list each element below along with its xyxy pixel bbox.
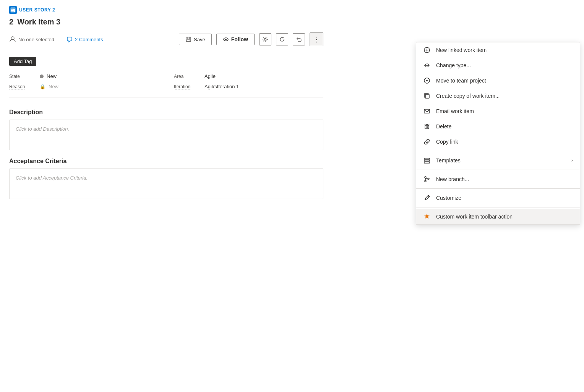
svg-point-6 — [225, 39, 227, 40]
menu-item-new-linked[interactable]: New linked work item — [416, 42, 580, 58]
menu-item-customize[interactable]: Customize — [416, 190, 580, 206]
email-icon — [423, 107, 431, 115]
add-tag-label: Add Tag — [14, 58, 32, 64]
save-icon — [185, 36, 191, 42]
delete-icon — [423, 123, 431, 130]
menu-label-new-linked: New linked work item — [436, 47, 573, 53]
menu-label-delete: Delete — [436, 123, 573, 130]
work-item-type-icon — [9, 6, 17, 14]
work-item-title: Work Item 3 — [17, 18, 60, 26]
svg-rect-14 — [424, 158, 430, 159]
breadcrumb-label: USER STORY 2 — [19, 7, 55, 13]
assignee-field[interactable]: No one selected — [9, 36, 54, 43]
menu-label-change-type: Change type... — [436, 62, 573, 68]
svg-rect-13 — [425, 125, 429, 129]
follow-button[interactable]: Follow — [216, 34, 255, 45]
svg-rect-4 — [187, 40, 190, 41]
work-item-toolbar: No one selected 2 Comments Save Follow — [9, 32, 323, 51]
area-value[interactable]: Agile — [204, 73, 216, 79]
menu-label-custom-action: Custom work item toolbar action — [436, 214, 573, 220]
iteration-label: Iteration — [174, 84, 201, 89]
state-indicator — [40, 75, 44, 78]
svg-point-10 — [426, 80, 428, 81]
menu-item-email[interactable]: Email work item — [416, 104, 580, 119]
new-linked-icon — [423, 46, 431, 54]
refresh-button[interactable] — [276, 33, 288, 45]
save-label: Save — [194, 37, 205, 42]
link-icon — [423, 138, 431, 146]
add-tag-button[interactable]: Add Tag — [9, 57, 36, 66]
menu-label-create-copy: Create copy of work item... — [436, 93, 573, 99]
comment-icon — [67, 36, 73, 42]
reason-value: New — [49, 84, 58, 89]
iteration-value[interactable]: Agile\Iteration 1 — [204, 84, 239, 89]
menu-item-change-type[interactable]: Change type... — [416, 58, 580, 73]
breadcrumb: USER STORY 2 — [9, 6, 323, 14]
menu-item-templates[interactable]: Templates › — [416, 153, 580, 168]
gear-icon — [262, 36, 268, 42]
menu-divider-2 — [416, 170, 580, 170]
area-label: Area — [174, 74, 201, 79]
menu-item-delete[interactable]: Delete — [416, 119, 580, 134]
save-button[interactable]: Save — [179, 34, 212, 45]
acceptance-criteria-header: Acceptance Criteria — [9, 158, 323, 165]
undo-icon — [296, 36, 302, 42]
menu-item-move-team[interactable]: Move to team project — [416, 73, 580, 88]
menu-label-email: Email work item — [436, 108, 573, 114]
work-item-number: 2 — [9, 18, 13, 26]
assignee-label: No one selected — [18, 37, 54, 42]
description-input[interactable]: Click to add Description. — [9, 120, 323, 150]
menu-item-create-copy[interactable]: Create copy of work item... — [416, 88, 580, 104]
description-placeholder: Click to add Description. — [16, 126, 69, 132]
customize-icon — [423, 194, 431, 202]
settings-button[interactable] — [259, 33, 271, 45]
menu-item-copy-link[interactable]: Copy link — [416, 134, 580, 149]
menu-label-customize: Customize — [436, 195, 573, 201]
menu-divider-1 — [416, 151, 580, 151]
area-field-row: Area Agile — [174, 73, 323, 79]
change-type-icon — [423, 62, 431, 69]
svg-point-7 — [264, 39, 266, 40]
main-panel: USER STORY 2 2 Work Item 3 No one select… — [0, 0, 333, 213]
svg-rect-15 — [424, 160, 430, 161]
state-field-row: State New — [9, 73, 159, 79]
work-item-title-row: 2 Work Item 3 — [9, 18, 323, 26]
menu-item-new-branch[interactable]: New branch... — [416, 172, 580, 187]
ellipsis-icon: ⋮ — [313, 35, 320, 44]
menu-divider-3 — [416, 188, 580, 189]
custom-action-icon — [423, 213, 431, 220]
svg-rect-12 — [424, 109, 430, 113]
menu-label-move-team: Move to team project — [436, 78, 573, 84]
comments-count: 2 Comments — [75, 37, 103, 42]
reason-field-row: Reason 🔒 New — [9, 84, 159, 89]
comments-button[interactable]: 2 Comments — [67, 36, 103, 42]
context-menu: New linked work item Change type... Move… — [416, 42, 580, 225]
state-value[interactable]: New — [47, 73, 57, 79]
iteration-field-row: Iteration Agile\Iteration 1 — [174, 84, 323, 89]
state-value-group: New — [40, 73, 57, 79]
reason-value-group: 🔒 New — [40, 84, 58, 89]
lock-icon: 🔒 — [40, 84, 45, 89]
acceptance-criteria-placeholder: Click to add Acceptance Criteria. — [16, 175, 88, 181]
more-options-button[interactable]: ⋮ — [310, 32, 323, 46]
reason-label: Reason — [9, 84, 36, 89]
menu-label-copy-link: Copy link — [436, 139, 573, 145]
menu-item-custom-action[interactable]: Custom work item toolbar action — [416, 209, 580, 224]
menu-label-templates: Templates — [436, 157, 566, 164]
svg-rect-11 — [425, 94, 429, 98]
eye-icon — [223, 36, 229, 42]
undo-button[interactable] — [293, 33, 305, 45]
copy-icon — [423, 92, 431, 100]
menu-divider-4 — [416, 207, 580, 207]
follow-label: Follow — [231, 36, 248, 42]
refresh-icon — [279, 36, 285, 42]
acceptance-criteria-input[interactable]: Click to add Acceptance Criteria. — [9, 168, 323, 199]
templates-icon — [423, 157, 431, 164]
state-label: State — [9, 74, 36, 79]
svg-rect-16 — [424, 162, 430, 163]
description-header: Description — [9, 109, 323, 116]
menu-label-new-branch: New branch... — [436, 176, 573, 182]
person-icon — [9, 36, 16, 43]
move-team-icon — [423, 77, 431, 84]
branch-icon — [423, 175, 431, 183]
